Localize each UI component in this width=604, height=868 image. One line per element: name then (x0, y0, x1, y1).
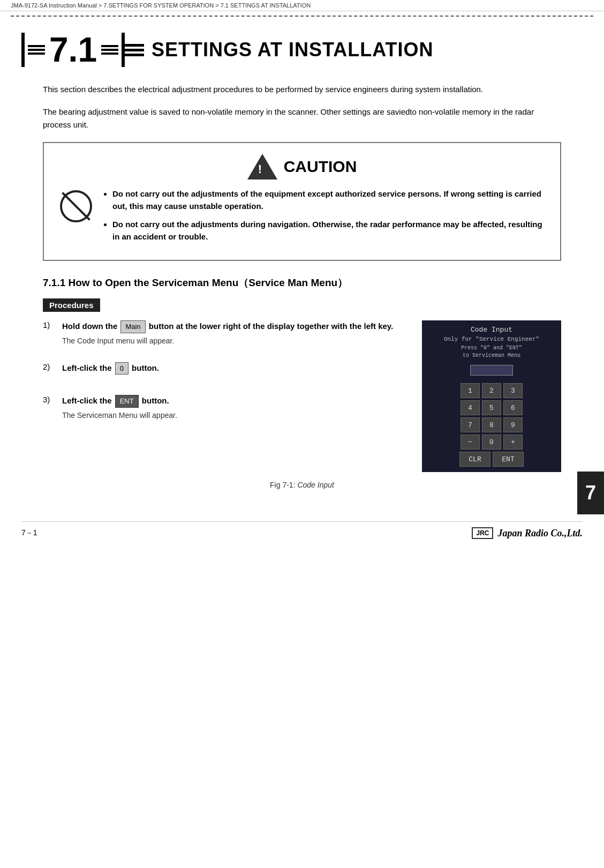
step-3-note: The Serviceman Menu will appear. (62, 411, 406, 420)
key-8[interactable]: 8 (482, 417, 501, 432)
key-6[interactable]: 6 (503, 400, 523, 415)
company-name: Japan Radio Co.,Ltd. (497, 528, 583, 539)
chapter-tab: 7 (577, 472, 604, 514)
caution-bullet-2: Do not carry out the adjustments during … (112, 219, 544, 243)
key-1[interactable]: 1 (460, 383, 480, 398)
caution-bullet-1: Do not carry out the adjustments of the … (112, 188, 544, 212)
keypad-row-4: − 0 + (460, 435, 523, 450)
step-2-main: Left-click the 0 button. (62, 362, 406, 375)
key-5[interactable]: 5 (482, 400, 501, 415)
procedures-badge: Procedures (43, 298, 100, 312)
chapter-num-lines-right (101, 45, 118, 55)
main-button[interactable]: Main (120, 320, 145, 333)
main-content: This section describes the electrical ad… (43, 83, 561, 489)
key-4[interactable]: 4 (460, 400, 480, 415)
key-3[interactable]: 3 (503, 383, 523, 398)
panel-title: Code Input (427, 326, 556, 334)
step-1-suffix: button at the lower right of the display… (149, 321, 393, 331)
footer-page: 7－1 (21, 528, 37, 538)
panel-instruction: Press "0" and "ENT" to Serviceman Menu (427, 345, 556, 360)
step-1-note: The Code Input menu will appear. (62, 336, 406, 345)
section-711-heading: 7.1.1 How to Open the Serviceman Menu（Se… (43, 276, 561, 290)
panel-subtitle: Only for "Service Engineer" (427, 336, 556, 342)
step-1-content: Hold down the Main button at the lower r… (62, 320, 406, 345)
intro-para2: The bearing adjustment value is saved to… (43, 106, 561, 131)
caution-header: CAUTION (60, 154, 544, 179)
key-7[interactable]: 7 (460, 417, 480, 432)
keypad: 1 2 3 4 5 6 7 8 9 − 0 + (427, 383, 556, 467)
key-9[interactable]: 9 (503, 417, 523, 432)
chapter-number-box: 7.1 (21, 33, 125, 67)
caution-content: Do not carry out the adjustments of the … (60, 188, 544, 249)
dashed-separator (11, 16, 593, 17)
caution-triangle-icon (247, 154, 277, 179)
chapter-title-wrapper: SETTINGS AT INSTALLATION (125, 39, 434, 61)
step-2-suffix: button. (132, 363, 159, 372)
caution-title: CAUTION (284, 158, 357, 176)
step-3-prefix: Left-click the (62, 396, 114, 405)
key-0[interactable]: 0 (482, 435, 501, 450)
fig-caption-italic: Code Input (297, 481, 334, 489)
zero-button[interactable]: 0 (115, 362, 129, 375)
step-3: 3) Left-click the ENT button. The Servic… (43, 395, 406, 420)
caution-box: CAUTION Do not carry out the adjustments… (43, 142, 561, 261)
chapter-num-lines (28, 45, 45, 55)
chapter-number: 7.1 (49, 33, 97, 67)
chapter-title: SETTINGS AT INSTALLATION (152, 39, 434, 61)
ent-button[interactable]: ENT (115, 395, 139, 408)
key-plus[interactable]: + (503, 435, 523, 450)
code-input-panel: Code Input Only for "Service Engineer" P… (422, 320, 561, 472)
step-1-num: 1) (43, 320, 58, 330)
keypad-row-1: 1 2 3 (460, 383, 523, 398)
breadcrumb: JMA-9172-SA Instruction Manual > 7.SETTI… (0, 0, 604, 11)
keypad-row-2: 4 5 6 (460, 400, 523, 415)
keypad-row-3: 7 8 9 (460, 417, 523, 432)
step-3-main: Left-click the ENT button. (62, 395, 406, 408)
step-3-content: Left-click the ENT button. The Servicema… (62, 395, 406, 420)
step-2-num: 2) (43, 362, 58, 371)
step-2-prefix: Left-click the (62, 363, 114, 372)
footer: 7－1 JRC Japan Radio Co.,Ltd. (21, 521, 583, 539)
caution-bullets: Do not carry out the adjustments of the … (103, 188, 544, 249)
step-2: 2) Left-click the 0 button. (43, 362, 406, 378)
key-2[interactable]: 2 (482, 383, 501, 398)
key-minus[interactable]: − (460, 435, 480, 450)
step-1: 1) Hold down the Main button at the lowe… (43, 320, 406, 345)
steps-list: 1) Hold down the Main button at the lowe… (43, 320, 406, 437)
step-2-content: Left-click the 0 button. (62, 362, 406, 378)
chapter-icon-lines (125, 44, 144, 56)
step-1-prefix: Hold down the (62, 321, 119, 331)
step-3-suffix: button. (142, 396, 169, 405)
step-1-main: Hold down the Main button at the lower r… (62, 320, 406, 333)
jrc-box: JRC (472, 527, 493, 539)
steps-area: 1) Hold down the Main button at the lowe… (43, 320, 561, 472)
keypad-row-5: CLR ENT (459, 452, 524, 467)
breadcrumb-text: JMA-9172-SA Instruction Manual > 7.SETTI… (11, 2, 311, 9)
panel-input-field (470, 365, 513, 376)
figure-caption: Fig 7-1: Code Input (43, 481, 561, 489)
no-symbol-icon (60, 190, 92, 222)
step-3-num: 3) (43, 395, 58, 404)
fig-caption-text: Fig 7-1: (270, 481, 295, 489)
key-ent[interactable]: ENT (493, 452, 524, 467)
intro-para1: This section describes the electrical ad… (43, 83, 561, 96)
key-clr[interactable]: CLR (459, 452, 490, 467)
footer-logo: JRC Japan Radio Co.,Ltd. (472, 527, 583, 539)
chapter-heading: 7.1 SETTINGS AT INSTALLATION (21, 33, 583, 67)
